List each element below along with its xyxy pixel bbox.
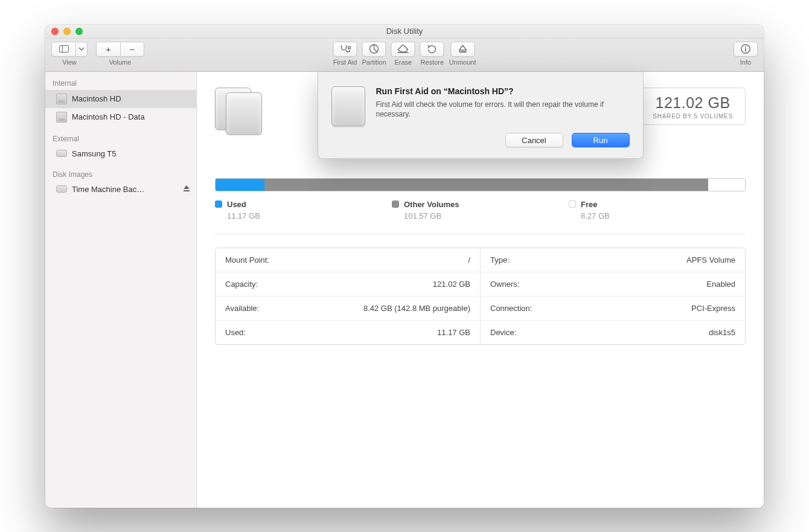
external-drive-icon: [56, 150, 67, 157]
toolbar-center: First Aid Partition Erase Restore: [333, 42, 476, 66]
view-sidebar-button[interactable]: [51, 42, 75, 57]
eraser-icon: [397, 45, 409, 53]
stethoscope-icon: [339, 44, 351, 54]
usage-bar-used: [216, 179, 264, 191]
unmount-label: Unmount: [449, 59, 476, 66]
info-group: Info: [734, 42, 758, 66]
svg-rect-9: [184, 190, 190, 191]
svg-point-7: [745, 46, 746, 48]
sidebar: Internal Macintosh HD Macintosh HD - Dat…: [45, 72, 197, 508]
first-aid-label: First Aid: [333, 59, 357, 66]
svg-rect-5: [459, 51, 466, 53]
sidebar-section-external: External: [45, 132, 196, 146]
detail-row: Capacity:121.02 GB: [216, 272, 480, 296]
toolbar: View + − Volume First Aid Partition: [45, 39, 764, 72]
usage-bar-free: [708, 179, 745, 191]
detail-row: Device:disk1s5: [481, 321, 745, 344]
first-aid-button[interactable]: [333, 42, 357, 57]
window-title: Disk Utility: [45, 27, 764, 36]
detail-row: Connection:PCI-Express: [481, 296, 745, 321]
erase-button[interactable]: [391, 42, 415, 57]
divider: [215, 234, 746, 234]
hard-drive-icon: [331, 86, 365, 126]
used-value: 11.17 GB: [227, 211, 392, 220]
volume-remove-button[interactable]: −: [120, 42, 144, 57]
free-swatch: [569, 200, 576, 208]
sidebar-item-time-machine-backup[interactable]: Time Machine Bac…: [45, 181, 196, 197]
other-label: Other Volumes: [404, 200, 459, 209]
titlebar: Disk Utility: [45, 25, 764, 39]
minus-icon: −: [130, 44, 135, 54]
other-value: 101.57 GB: [404, 211, 569, 220]
svg-rect-8: [745, 48, 746, 52]
volume-icon: [56, 112, 67, 123]
erase-label: Erase: [394, 59, 412, 66]
info-label: Info: [740, 59, 751, 66]
erase-group: Erase: [391, 42, 415, 66]
dialog-icon: [331, 86, 365, 148]
restore-button[interactable]: [420, 42, 444, 57]
dialog-title: Run First Aid on “Macintosh HD”?: [376, 86, 630, 96]
eject-icon: [458, 45, 467, 53]
volume-icon: [56, 94, 67, 104]
details-left: Mount Point:/ Capacity:121.02 GB Availab…: [216, 248, 481, 344]
sidebar-item-label: Time Machine Bac…: [72, 185, 144, 194]
disk-utility-window: Disk Utility View + − Volume: [45, 25, 764, 508]
volume-group: + − Volume: [96, 42, 144, 66]
eject-button[interactable]: [183, 185, 190, 194]
partition-button[interactable]: [362, 42, 386, 57]
dialog-body: First Aid will check the volume for erro…: [376, 100, 630, 120]
partition-label: Partition: [362, 59, 386, 66]
info-icon: [740, 43, 751, 54]
detail-row: Mount Point:/: [216, 248, 480, 272]
eject-icon: [183, 185, 190, 192]
main-content: 121.02 GB SHARED BY 5 VOLUMES Used 11.17…: [197, 72, 764, 508]
usage-bar-other: [264, 179, 709, 191]
sidebar-item-macintosh-hd-data[interactable]: Macintosh HD - Data: [45, 108, 196, 126]
details-table: Mount Point:/ Capacity:121.02 GB Availab…: [215, 248, 746, 345]
window-body: Internal Macintosh HD Macintosh HD - Dat…: [45, 72, 764, 508]
sidebar-item-macintosh-hd[interactable]: Macintosh HD: [45, 90, 196, 108]
capacity-subtitle: SHARED BY 5 VOLUMES: [653, 113, 733, 120]
view-label: View: [62, 59, 77, 66]
free-value: 8.27 GB: [581, 211, 746, 220]
disk-image-icon: [56, 185, 67, 193]
volume-add-button[interactable]: +: [96, 42, 120, 57]
restore-icon: [427, 44, 438, 54]
detail-row: Used:11.17 GB: [216, 321, 480, 344]
partition-group: Partition: [362, 42, 386, 66]
view-menu-button[interactable]: [75, 42, 88, 57]
volume-artwork: [215, 88, 262, 135]
detail-row: Available:8.42 GB (142.8 MB purgeable): [216, 296, 480, 321]
used-swatch: [215, 200, 222, 208]
plus-icon: +: [106, 44, 111, 54]
sidebar-item-samsung-t5[interactable]: Samsung T5: [45, 146, 196, 162]
detail-row: Owners:Enabled: [481, 272, 745, 296]
used-label: Used: [227, 200, 246, 209]
usage-legend: Used 11.17 GB Other Volumes 101.57 GB Fr…: [215, 200, 746, 220]
info-button[interactable]: [734, 42, 758, 57]
capacity-box: 121.02 GB SHARED BY 5 VOLUMES: [640, 88, 746, 125]
svg-rect-0: [59, 46, 68, 53]
free-label: Free: [581, 200, 597, 209]
svg-point-2: [348, 46, 351, 49]
usage-bar: [215, 178, 746, 191]
sidebar-section-images: Disk Images: [45, 168, 196, 181]
unmount-button[interactable]: [450, 42, 475, 57]
capacity-value: 121.02 GB: [653, 94, 733, 112]
chevron-down-icon: [78, 47, 85, 51]
sidebar-item-label: Macintosh HD: [72, 94, 121, 103]
volume-label: Volume: [109, 59, 132, 66]
sidebar-icon: [59, 45, 69, 53]
unmount-group: Unmount: [449, 42, 476, 66]
pie-icon: [369, 43, 380, 54]
sidebar-item-label: Samsung T5: [72, 149, 116, 158]
cancel-button[interactable]: Cancel: [505, 133, 563, 147]
detail-row: Type:APFS Volume: [481, 248, 745, 272]
first-aid-dialog: Run First Aid on “Macintosh HD”? First A…: [318, 72, 644, 159]
sidebar-section-internal: Internal: [45, 77, 196, 90]
sidebar-item-label: Macintosh HD - Data: [72, 112, 145, 121]
details-right: Type:APFS Volume Owners:Enabled Connecti…: [481, 248, 745, 344]
view-group: View: [51, 42, 88, 66]
run-button[interactable]: Run: [572, 133, 630, 147]
